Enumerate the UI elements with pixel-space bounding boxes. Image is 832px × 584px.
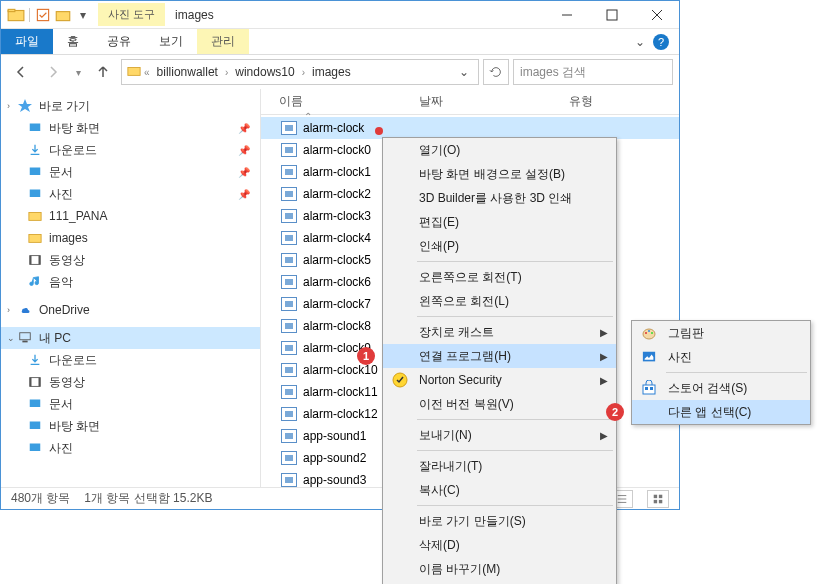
menu-separator [417,505,613,506]
svg-rect-20 [30,378,32,387]
menu-item[interactable]: 복사(C) [383,478,616,502]
sidebar-quick-access[interactable]: ›바로 가기 [1,95,260,117]
close-button[interactable] [634,1,679,29]
column-date[interactable]: 날짜 [411,93,561,110]
sidebar-item[interactable]: 바탕 화면📌 [1,117,260,139]
recent-dropdown[interactable]: ▾ [71,58,85,86]
menu-item[interactable]: 열기(O) [383,138,616,162]
column-name[interactable]: 이름 [271,93,411,110]
menu-item[interactable]: 3D Builder를 사용한 3D 인쇄 [383,186,616,210]
menu-item[interactable]: 이름 바꾸기(M) [383,557,616,581]
sidebar-item[interactable]: 바탕 화면 [1,415,260,437]
image-file-icon [281,297,297,311]
tab-file[interactable]: 파일 [1,29,53,54]
menu-item[interactable]: 2다른 앱 선택(C) [632,400,810,424]
picture-tools-tab-label: 사진 도구 [98,3,165,26]
sidebar-item[interactable]: 사진📌 [1,183,260,205]
refresh-button[interactable] [483,59,509,85]
sidebar-item[interactable]: 동영상 [1,371,260,393]
svg-rect-38 [643,385,655,394]
window-title: images [175,8,544,22]
menu-item[interactable]: 잘라내기(T) [383,454,616,478]
menu-item[interactable]: 편집(E) [383,210,616,234]
image-file-icon [281,231,297,245]
qat-dropdown[interactable]: ▾ [74,6,92,24]
sidebar-item[interactable]: 사진 [1,437,260,459]
sidebar-item[interactable]: 음악 [1,271,260,293]
submenu-arrow-icon: ▶ [600,375,608,386]
menu-item[interactable]: 장치로 캐스트▶ [383,320,616,344]
menu-separator [417,450,613,451]
context-menu: 열기(O)바탕 화면 배경으로 설정(B)3D Builder를 사용한 3D … [382,137,617,584]
menu-item[interactable]: 왼쪽으로 회전(L) [383,289,616,313]
menu-item[interactable]: 오른쪽으로 회전(T) [383,265,616,289]
crumb-2[interactable]: windows10 [230,65,299,79]
qat-folder-icon[interactable] [54,6,72,24]
menu-item[interactable]: 바탕 화면 배경으로 설정(B) [383,162,616,186]
tab-share[interactable]: 공유 [93,29,145,54]
thumbnails-view-button[interactable] [647,490,669,508]
sidebar-item[interactable]: 문서 [1,393,260,415]
selection-info: 1개 항목 선택함 15.2KB [84,490,212,507]
cloud-icon [17,302,33,318]
pin-icon: 📌 [238,167,250,178]
menu-item[interactable]: 스토어 검색(S) [632,376,810,400]
submenu-arrow-icon: ▶ [600,351,608,362]
store-icon [640,379,658,397]
sidebar-item[interactable]: 문서📌 [1,161,260,183]
crumb-1[interactable]: billionwallet [152,65,223,79]
sidebar-this-pc[interactable]: ⌄내 PC [1,327,260,349]
sidebar-item[interactable]: 111_PANA [1,205,260,227]
sidebar-item[interactable]: 다운로드📌 [1,139,260,161]
minimize-button[interactable] [544,1,589,29]
up-button[interactable] [89,58,117,86]
sidebar-item[interactable]: 다운로드 [1,349,260,371]
star-icon [17,98,33,114]
menu-item[interactable]: 인쇄(P) [383,234,616,258]
sidebar-item[interactable]: 동영상 [1,249,260,271]
svg-rect-11 [30,190,41,198]
svg-rect-15 [30,256,32,265]
item-icon [27,374,43,390]
menu-item[interactable]: 1연결 프로그램(H)▶ [383,344,616,368]
address-bar: ▾ « billionwallet › windows10 › images ⌄… [1,55,679,89]
maximize-button[interactable] [589,1,634,29]
item-icon [27,418,43,434]
address-dropdown-icon[interactable]: ⌄ [454,65,474,79]
svg-rect-16 [39,256,41,265]
ribbon-expand-icon[interactable]: ⌄ [635,35,645,49]
image-file-icon [281,209,297,223]
sidebar-onedrive[interactable]: ›OneDrive [1,299,260,321]
menu-item[interactable]: 보내기(N)▶ [383,423,616,447]
svg-rect-30 [654,499,657,502]
help-icon[interactable]: ? [653,34,669,50]
menu-item[interactable]: Norton Security▶ [383,368,616,392]
menu-item[interactable]: 삭제(D) [383,533,616,557]
svg-rect-40 [650,387,653,390]
pc-icon [17,330,33,346]
sidebar-item[interactable]: images [1,227,260,249]
image-file-icon [281,429,297,443]
tab-manage[interactable]: 관리 [197,29,249,54]
sort-indicator-icon: ⌃ [304,111,312,122]
menu-item[interactable]: 이전 버전 복원(V) [383,392,616,416]
back-button[interactable] [7,58,35,86]
search-input[interactable]: images 검색 [513,59,673,85]
svg-point-34 [645,332,647,334]
menu-item[interactable]: 바로 가기 만들기(S) [383,509,616,533]
image-file-icon [281,253,297,267]
file-row[interactable]: alarm-clock [261,117,679,139]
column-type[interactable]: 유형 [561,93,643,110]
tab-home[interactable]: 홈 [53,29,93,54]
svg-rect-24 [30,444,41,452]
breadcrumb[interactable]: « billionwallet › windows10 › images ⌄ [121,59,479,85]
menu-item[interactable]: 사진 [632,345,810,369]
chevron-right-icon[interactable]: « [142,67,152,78]
tab-view[interactable]: 보기 [145,29,197,54]
svg-rect-31 [659,499,662,502]
qat-properties-icon[interactable] [34,6,52,24]
forward-button[interactable] [39,58,67,86]
norton-icon [391,371,409,389]
menu-item[interactable]: 그림판 [632,321,810,345]
crumb-3[interactable]: images [307,65,356,79]
